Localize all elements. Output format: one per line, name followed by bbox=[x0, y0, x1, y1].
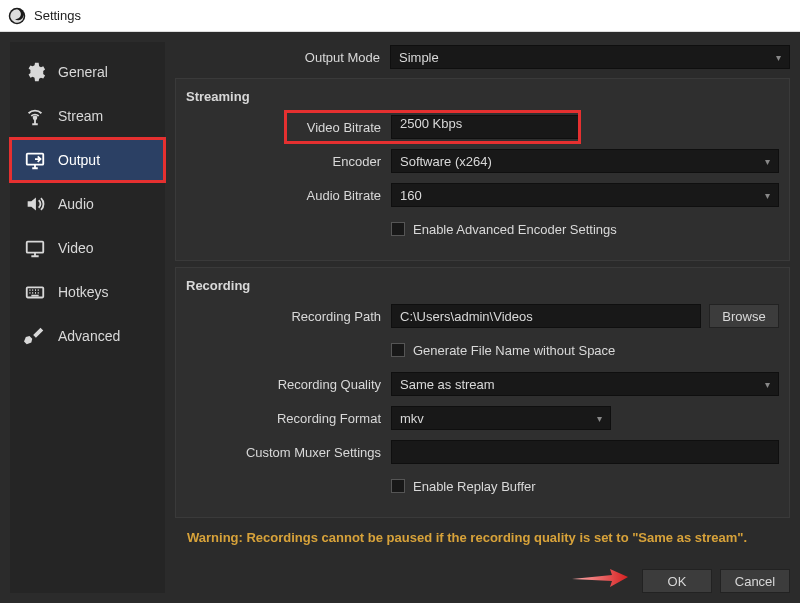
recording-path-label: Recording Path bbox=[176, 309, 391, 324]
video-bitrate-input[interactable]: 2500 Kbps bbox=[391, 115, 579, 139]
chevron-down-icon: ▾ bbox=[765, 379, 770, 390]
output-monitor-icon bbox=[24, 149, 46, 171]
sidebar-item-label: Video bbox=[58, 240, 94, 256]
recording-path-row: Recording Path Browse bbox=[176, 301, 779, 331]
sidebar-item-advanced[interactable]: Advanced bbox=[10, 314, 165, 358]
gen-filename-row: Generate File Name without Space bbox=[176, 335, 779, 365]
output-mode-label: Output Mode bbox=[175, 50, 390, 65]
footer: OK Cancel bbox=[175, 555, 790, 593]
window-title: Settings bbox=[34, 8, 81, 23]
encoder-value: Software (x264) bbox=[400, 154, 492, 169]
svg-rect-3 bbox=[27, 242, 44, 253]
chevron-down-icon: ▾ bbox=[765, 156, 770, 167]
keyboard-icon bbox=[24, 281, 46, 303]
annotation-arrow-icon bbox=[570, 565, 630, 589]
replay-label: Enable Replay Buffer bbox=[413, 479, 536, 494]
enable-advanced-label: Enable Advanced Encoder Settings bbox=[413, 222, 617, 237]
chevron-down-icon: ▾ bbox=[597, 413, 602, 424]
monitor-icon bbox=[24, 237, 46, 259]
recording-group: Recording Recording Path Browse Generat bbox=[175, 267, 790, 518]
chevron-down-icon: ▾ bbox=[776, 52, 781, 63]
replay-checkbox[interactable] bbox=[391, 479, 405, 493]
sidebar-item-general[interactable]: General bbox=[10, 50, 165, 94]
gen-filename-label: Generate File Name without Space bbox=[413, 343, 615, 358]
recording-quality-row: Recording Quality Same as stream ▾ bbox=[176, 369, 779, 399]
video-bitrate-label: Video Bitrate bbox=[286, 120, 391, 135]
gear-icon bbox=[24, 61, 46, 83]
recording-quality-value: Same as stream bbox=[400, 377, 495, 392]
enable-advanced-row: Enable Advanced Encoder Settings bbox=[176, 214, 779, 244]
sidebar-item-audio[interactable]: Audio bbox=[10, 182, 165, 226]
recording-quality-select[interactable]: Same as stream ▾ bbox=[391, 372, 779, 396]
audio-bitrate-label: Audio Bitrate bbox=[176, 188, 391, 203]
audio-bitrate-row: Audio Bitrate 160 ▾ bbox=[176, 180, 779, 210]
enable-advanced-checkbox[interactable] bbox=[391, 222, 405, 236]
sidebar-item-label: Output bbox=[58, 152, 100, 168]
speaker-icon bbox=[24, 193, 46, 215]
video-bitrate-highlight: Video Bitrate 2500 Kbps bbox=[286, 112, 579, 142]
warning-text: Warning: Recordings cannot be paused if … bbox=[175, 518, 790, 545]
streaming-title: Streaming bbox=[176, 87, 779, 112]
encoder-label: Encoder bbox=[176, 154, 391, 169]
recording-format-label: Recording Format bbox=[176, 411, 391, 426]
recording-path-input[interactable] bbox=[391, 304, 701, 328]
workspace: General Stream Output Audio Video bbox=[0, 32, 800, 603]
output-mode-value: Simple bbox=[399, 50, 439, 65]
recording-format-select[interactable]: mkv ▾ bbox=[391, 406, 611, 430]
tools-icon bbox=[24, 325, 46, 347]
encoder-row: Encoder Software (x264) ▾ bbox=[176, 146, 779, 176]
replay-row: Enable Replay Buffer bbox=[176, 471, 779, 501]
main-panel: Output Mode Simple ▾ Streaming Video Bit… bbox=[175, 42, 790, 593]
sidebar-item-output[interactable]: Output bbox=[10, 138, 165, 182]
sidebar-item-label: General bbox=[58, 64, 108, 80]
recording-format-value: mkv bbox=[400, 411, 424, 426]
sidebar-item-label: Advanced bbox=[58, 328, 120, 344]
output-mode-row: Output Mode Simple ▾ bbox=[175, 42, 790, 72]
muxer-label: Custom Muxer Settings bbox=[176, 445, 391, 460]
antenna-icon bbox=[24, 105, 46, 127]
muxer-input[interactable] bbox=[391, 440, 779, 464]
sidebar-item-label: Audio bbox=[58, 196, 94, 212]
muxer-row: Custom Muxer Settings bbox=[176, 437, 779, 467]
ok-button[interactable]: OK bbox=[642, 569, 712, 593]
sidebar-item-video[interactable]: Video bbox=[10, 226, 165, 270]
sidebar-item-label: Stream bbox=[58, 108, 103, 124]
audio-bitrate-value: 160 bbox=[400, 188, 422, 203]
gen-filename-checkbox[interactable] bbox=[391, 343, 405, 357]
sidebar-item-stream[interactable]: Stream bbox=[10, 94, 165, 138]
recording-quality-label: Recording Quality bbox=[176, 377, 391, 392]
content: Output Mode Simple ▾ Streaming Video Bit… bbox=[175, 42, 790, 555]
recording-format-row: Recording Format mkv ▾ bbox=[176, 403, 779, 433]
chevron-down-icon: ▾ bbox=[765, 190, 770, 201]
video-bitrate-value: 2500 Kbps bbox=[400, 116, 462, 131]
streaming-group: Streaming Video Bitrate 2500 Kbps Encode… bbox=[175, 78, 790, 261]
browse-button[interactable]: Browse bbox=[709, 304, 779, 328]
encoder-select[interactable]: Software (x264) ▾ bbox=[391, 149, 779, 173]
obs-app-icon bbox=[8, 7, 26, 25]
cancel-button[interactable]: Cancel bbox=[720, 569, 790, 593]
recording-title: Recording bbox=[176, 276, 779, 301]
sidebar: General Stream Output Audio Video bbox=[10, 42, 165, 593]
output-mode-select[interactable]: Simple ▾ bbox=[390, 45, 790, 69]
audio-bitrate-select[interactable]: 160 ▾ bbox=[391, 183, 779, 207]
titlebar: Settings bbox=[0, 0, 800, 32]
sidebar-item-label: Hotkeys bbox=[58, 284, 109, 300]
sidebar-item-hotkeys[interactable]: Hotkeys bbox=[10, 270, 165, 314]
